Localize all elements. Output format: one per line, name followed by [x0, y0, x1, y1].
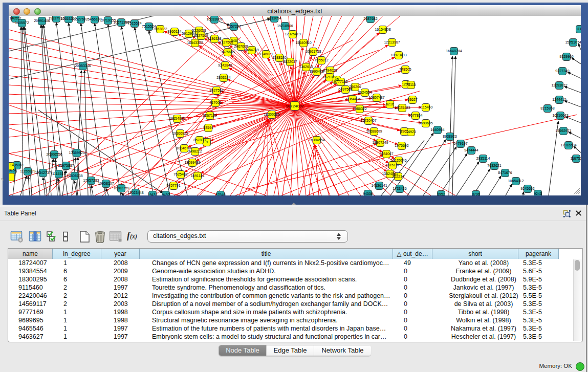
svg-text:9327509: 9327509: [194, 34, 208, 37]
svg-text:857833: 857833: [193, 138, 205, 142]
svg-text:16782759: 16782759: [113, 186, 129, 190]
svg-text:16543382: 16543382: [187, 41, 203, 45]
svg-text:17359924: 17359924: [69, 151, 84, 155]
svg-text:2803144: 2803144: [216, 76, 230, 79]
svg-text:1112: 1112: [576, 27, 581, 31]
svg-text:14923: 14923: [406, 130, 416, 134]
svg-text:1405572: 1405572: [15, 21, 29, 25]
svg-text:10025483: 10025483: [394, 106, 410, 110]
svg-text:12342737: 12342737: [35, 171, 51, 174]
svg-text:3675685: 3675685: [221, 50, 234, 54]
svg-text:9146821: 9146821: [259, 52, 273, 56]
svg-text:16033809: 16033809: [206, 17, 222, 21]
svg-text:9: 9: [206, 140, 208, 144]
svg-text:18724007: 18724007: [286, 104, 304, 108]
svg-text:140557: 140557: [9, 16, 21, 20]
svg-text:16210643: 16210643: [552, 114, 568, 117]
svg-text:10961758: 10961758: [305, 50, 321, 53]
svg-text:5226058: 5226058: [192, 29, 206, 32]
svg-text:7625402: 7625402: [173, 172, 187, 176]
svg-text:53594: 53594: [203, 126, 213, 129]
svg-text:19218506: 19218506: [277, 24, 293, 28]
svg-text:1362615: 1362615: [299, 65, 313, 69]
svg-text:18099489: 18099489: [184, 161, 200, 164]
svg-text:1527602: 1527602: [74, 17, 88, 21]
svg-text:7986322: 7986322: [353, 107, 366, 111]
svg-text:3267130: 3267130: [203, 114, 216, 117]
svg-text:1733426: 1733426: [393, 187, 406, 190]
svg-text:9245652: 9245652: [520, 187, 534, 190]
svg-text:7632621: 7632621: [487, 164, 501, 167]
svg-text:9794028: 9794028: [323, 69, 337, 72]
svg-text:10688609: 10688609: [366, 129, 382, 133]
svg-text:12213967: 12213967: [384, 40, 400, 44]
svg-text:20364436: 20364436: [344, 97, 360, 101]
svg-text:9777169: 9777169: [334, 80, 347, 83]
svg-text:1975692: 1975692: [395, 144, 408, 147]
svg-text:9474444: 9474444: [464, 148, 478, 152]
svg-text:9227349: 9227349: [555, 69, 569, 73]
svg-text:8215958: 8215958: [540, 106, 554, 110]
svg-text:15640910: 15640910: [295, 41, 311, 45]
svg-text:8822037: 8822037: [283, 60, 297, 63]
svg-text:9329966: 9329966: [559, 55, 573, 58]
svg-text:10973493: 10973493: [390, 53, 406, 57]
svg-text:8471676: 8471676: [498, 171, 512, 174]
svg-text:9699695: 9699695: [419, 121, 432, 125]
svg-text:17016504: 17016504: [560, 143, 576, 147]
svg-text:252214: 252214: [392, 174, 404, 178]
svg-text:1244415: 1244415: [552, 98, 566, 101]
svg-text:2687682: 2687682: [363, 17, 377, 20]
svg-text:1952: 1952: [437, 192, 445, 195]
svg-text:10120746: 10120746: [390, 159, 406, 162]
svg-text:546: 546: [231, 39, 237, 42]
svg-text:12325419: 12325419: [285, 32, 300, 36]
svg-text:8427552: 8427552: [209, 89, 223, 92]
svg-text:8938923: 8938923: [443, 135, 456, 138]
svg-text:18300295: 18300295: [264, 113, 279, 116]
svg-text:10958107: 10958107: [98, 182, 114, 185]
svg-text:7955812: 7955812: [314, 58, 328, 62]
svg-text:1435061: 1435061: [10, 163, 24, 167]
svg-text:943: 943: [149, 193, 156, 195]
svg-text:14136141: 14136141: [371, 184, 387, 187]
svg-text:12505135: 12505135: [67, 174, 82, 178]
svg-text:1815132: 1815132: [385, 163, 399, 167]
svg-text:19166825: 19166825: [172, 132, 188, 135]
svg-text:746266: 746266: [349, 85, 361, 89]
svg-text:8796: 8796: [472, 192, 480, 195]
svg-text:20206556: 20206556: [46, 152, 62, 156]
svg-text:15720407: 15720407: [360, 119, 376, 122]
svg-text:8186328: 8186328: [207, 37, 221, 40]
svg-text:75115: 75115: [406, 83, 416, 86]
svg-text:1588520: 1588520: [272, 56, 286, 59]
svg-text:16648784: 16648784: [446, 49, 462, 53]
svg-text:30975887: 30975887: [58, 164, 74, 167]
svg-text:19654985: 19654985: [169, 117, 185, 120]
svg-text:15692971: 15692971: [555, 129, 571, 133]
svg-text:12093872: 12093872: [551, 83, 567, 87]
svg-text:87646: 87646: [215, 193, 226, 195]
svg-text:9242848: 9242848: [218, 63, 232, 67]
svg-text:6216: 6216: [386, 102, 394, 106]
svg-text:11156829: 11156829: [20, 169, 35, 173]
svg-text:8813054: 8813054: [267, 16, 281, 20]
svg-text:3498222: 3498222: [188, 149, 202, 153]
svg-text:39154: 39154: [9, 168, 17, 172]
svg-text:10671355: 10671355: [113, 20, 129, 24]
svg-text:20053346: 20053346: [75, 64, 91, 68]
svg-text:6479197: 6479197: [453, 142, 467, 145]
svg-text:16154808: 16154808: [375, 28, 390, 31]
svg-text:18807249: 18807249: [372, 141, 388, 144]
svg-text:7357224: 7357224: [227, 25, 241, 28]
svg-text:53627: 53627: [407, 98, 418, 101]
svg-text:10654112: 10654112: [508, 179, 524, 183]
svg-text:20991406: 20991406: [34, 19, 50, 23]
svg-text:9084067: 9084067: [379, 152, 393, 156]
svg-text:116753: 116753: [571, 157, 581, 160]
svg-text:8990448: 8990448: [310, 70, 323, 73]
svg-text:748505: 748505: [399, 68, 411, 71]
svg-text:2967608: 2967608: [234, 45, 248, 48]
svg-text:7663822: 7663822: [153, 27, 167, 31]
svg-text:1640954: 1640954: [430, 128, 444, 132]
